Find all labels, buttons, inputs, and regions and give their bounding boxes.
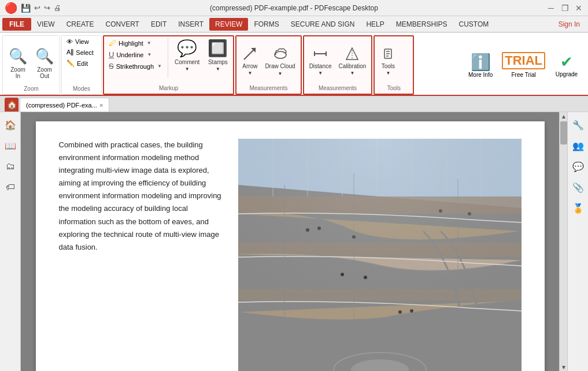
minimize-button[interactable]: ─ <box>546 3 556 13</box>
sidebar-home-button[interactable]: 🏠 <box>2 117 19 133</box>
menu-edit[interactable]: EDIT <box>145 18 172 31</box>
draw-cloud-dropdown[interactable]: ▼ <box>278 71 283 76</box>
redo-icon[interactable]: ↪ <box>44 3 50 12</box>
right-ribbon-button[interactable]: 🏅 <box>570 200 586 216</box>
tools-group: Tools ▼ Tools <box>373 35 414 95</box>
arrow-icon <box>242 46 258 62</box>
scroll-thumb[interactable] <box>560 121 567 144</box>
more-info-button[interactable]: ℹ️ More Info <box>466 50 495 80</box>
pdf-page: Combined with practical cases, the build… <box>36 121 545 371</box>
scroll-down-button[interactable]: ▼ <box>560 363 568 371</box>
right-wrench-button[interactable]: 🔧 <box>570 117 586 133</box>
menu-forms[interactable]: FORMS <box>248 18 284 31</box>
tools-label: Tools <box>382 63 395 69</box>
arrow-label: Arrow <box>242 63 257 69</box>
strikethrough-dropdown[interactable]: ▼ <box>157 64 162 69</box>
modes-group: 👁 View Aǁ Select ✏️ Edit Modes <box>61 35 102 95</box>
select-mode-button[interactable]: Aǁ Select <box>64 47 99 57</box>
comment-dropdown-arrow[interactable]: ▼ <box>185 66 190 72</box>
menu-file[interactable]: FILE <box>2 18 31 31</box>
menu-secure[interactable]: SECURE AND SIGN <box>285 18 361 31</box>
ribbon-extras: ℹ️ More Info TRIAL Free Trial ✔ Upgrade <box>461 35 586 95</box>
strikethrough-button[interactable]: S Strikethrough ▼ <box>106 61 164 72</box>
right-comment-button[interactable]: 💬 <box>570 158 586 175</box>
tools-button[interactable]: Tools ▼ <box>377 42 399 80</box>
underline-label: Underline <box>116 51 143 58</box>
free-trial-label: Free Trial <box>512 72 536 78</box>
edit-mode-button[interactable]: ✏️ Edit <box>64 58 99 68</box>
right-people-button[interactable]: 👥 <box>570 138 586 154</box>
arrow-button[interactable]: Arrow ▼ <box>239 42 261 80</box>
close-button[interactable]: ✕ <box>574 3 583 13</box>
home-tab-icon: 🏠 <box>7 100 17 109</box>
edit-mode-icon: ✏️ <box>66 60 75 67</box>
distance-dropdown[interactable]: ▼ <box>318 71 323 76</box>
select-mode-label: Select <box>76 49 94 56</box>
calibration-dropdown[interactable]: ▼ <box>350 71 354 76</box>
zoom-in-icon: 🔍 <box>9 47 27 65</box>
zoom-group: 🔍 Zoom In 🔍 Zoom Out Zoom <box>2 35 60 95</box>
view-mode-label: View <box>75 38 89 45</box>
home-tab[interactable]: 🏠 <box>5 98 19 112</box>
highlight-dropdown[interactable]: ▼ <box>147 40 151 46</box>
arrow-dropdown[interactable]: ▼ <box>247 71 252 76</box>
menu-memberships[interactable]: MEMBERSHIPS <box>390 18 453 31</box>
shapes-group-label: Measurements <box>239 85 298 92</box>
stamps-button[interactable]: 🔲 Stamps ▼ <box>205 38 231 72</box>
restore-button[interactable]: ❐ <box>560 3 569 13</box>
zoom-in-button[interactable]: 🔍 Zoom In <box>5 46 31 75</box>
zoom-buttons: 🔍 Zoom In 🔍 Zoom Out <box>5 37 57 84</box>
strikethrough-label: Strikethrough <box>116 63 154 70</box>
calibration-button[interactable]: Calibration ▼ <box>336 42 369 80</box>
upgrade-label: Upgrade <box>556 71 578 77</box>
ribbon-content: 🔍 Zoom In 🔍 Zoom Out Zoom 👁 View Aǁ S <box>0 32 588 95</box>
app-icon: 🔴 <box>5 2 17 14</box>
sign-in-button[interactable]: Sign In <box>553 18 586 31</box>
calibration-icon <box>344 46 360 62</box>
menu-help[interactable]: HELP <box>360 18 390 31</box>
window-controls: ─ ❐ ✕ <box>546 3 583 13</box>
svg-point-2 <box>275 51 286 58</box>
pdf-tab[interactable]: (compressed) PDF-exa... × <box>20 98 109 112</box>
calibration-label: Calibration <box>339 63 367 69</box>
draw-cloud-button[interactable]: Draw Cloud ▼ <box>262 42 298 80</box>
menu-view[interactable]: VIEW <box>31 18 61 31</box>
stamps-icon: 🔲 <box>208 39 228 58</box>
undo-icon[interactable]: ↩ <box>34 3 40 12</box>
stamps-dropdown-arrow[interactable]: ▼ <box>216 66 220 72</box>
title-bar: 🔴 💾 ↩ ↪ 🖨 (compressed) PDF-example.pdf -… <box>0 0 588 16</box>
distance-button[interactable]: Distance ▼ <box>306 42 335 80</box>
free-trial-button[interactable]: TRIAL Free Trial <box>500 50 548 80</box>
more-info-icon: ℹ️ <box>471 53 491 72</box>
tools-dropdown[interactable]: ▼ <box>386 71 390 76</box>
draw-cloud-label: Draw Cloud <box>265 63 295 70</box>
menu-convert[interactable]: CONVERT <box>99 18 145 31</box>
menu-create[interactable]: CREATE <box>61 18 100 31</box>
underline-dropdown[interactable]: ▼ <box>147 52 151 57</box>
underline-button[interactable]: U Underline ▼ <box>106 49 164 60</box>
zoom-group-label: Zoom <box>5 86 57 93</box>
menu-custom[interactable]: CUSTOM <box>453 18 495 31</box>
upgrade-button[interactable]: ✔ Upgrade <box>552 51 581 80</box>
distance-label: Distance <box>309 63 332 69</box>
save-icon[interactable]: 💾 <box>21 3 31 13</box>
zoom-out-button[interactable]: 🔍 Zoom Out <box>32 46 57 75</box>
comment-button[interactable]: 💬 Comment ▼ <box>172 38 202 72</box>
sidebar-book-button[interactable]: 📖 <box>2 138 19 154</box>
more-info-label: More Info <box>468 72 493 78</box>
edit-mode-label: Edit <box>77 60 88 67</box>
tab-close-button[interactable]: × <box>99 102 103 109</box>
ribbon: 🔍 Zoom In 🔍 Zoom Out Zoom 👁 View Aǁ S <box>0 32 588 96</box>
upgrade-icon: ✔ <box>560 53 573 71</box>
highlight-button[interactable]: 🖊 Highlight ▼ <box>106 38 164 49</box>
right-paperclip-button[interactable]: 📎 <box>570 179 586 195</box>
pdf-tab-label: (compressed) PDF-exa... <box>26 102 97 109</box>
print-icon[interactable]: 🖨 <box>54 3 61 12</box>
scroll-up-button[interactable]: ▲ <box>560 112 568 120</box>
sidebar-layers-button[interactable]: 🗂 <box>2 158 19 175</box>
view-mode-button[interactable]: 👁 View <box>64 37 99 46</box>
sidebar-badge-button[interactable]: 🏷 <box>2 179 19 195</box>
view-mode-icon: 👁 <box>66 38 73 45</box>
menu-insert[interactable]: INSERT <box>172 18 209 31</box>
menu-review[interactable]: REVIEW <box>209 18 248 31</box>
